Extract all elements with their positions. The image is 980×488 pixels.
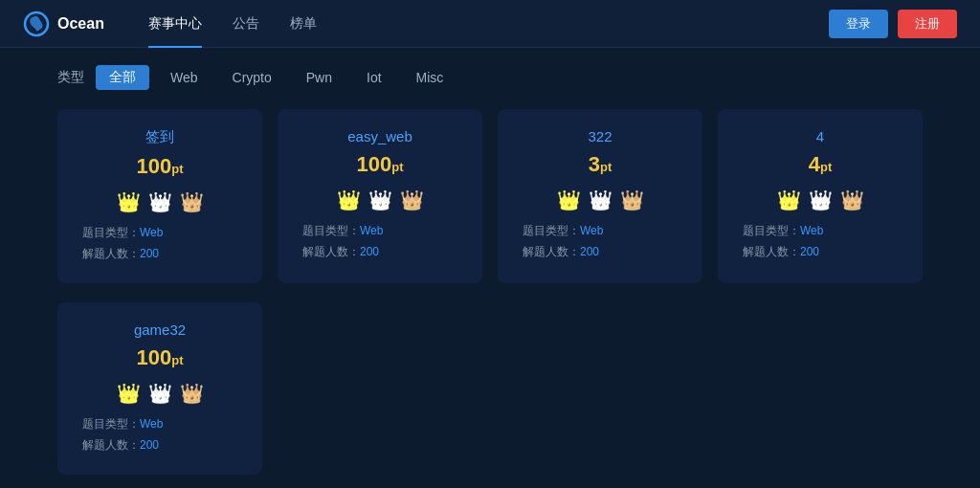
filter-bar: 类型 全部 Web Crypto Pwn Iot Misc — [0, 48, 980, 101]
filter-btn-all[interactable]: 全部 — [96, 65, 149, 90]
crown-silver-icon: 👑 — [368, 189, 392, 211]
crown-gold-icon: 👑 — [117, 382, 141, 405]
navbar: Ocean 赛事中心 公告 榜单 登录 注册 — [0, 0, 980, 48]
filter-btn-crypto[interactable]: Crypto — [219, 66, 285, 89]
filter-btn-misc[interactable]: Misc — [403, 66, 457, 89]
card-322-crowns: 👑 👑 👑 — [513, 189, 687, 211]
crown-gold-icon: 👑 — [337, 189, 361, 211]
card-qiandao-points: 100pt — [73, 154, 247, 179]
card-qiandao-meta: 题目类型：Web 解题人数：200 — [73, 223, 247, 264]
card-qiandao-crowns: 👑 👑 👑 — [73, 190, 247, 213]
card-easy-web[interactable]: easy_web 100pt 👑 👑 👑 题目类型：Web 解题人数：200 — [278, 109, 482, 283]
card-game32-title: game32 — [73, 322, 247, 338]
crown-gold-icon: 👑 — [117, 190, 141, 213]
card-322-title: 322 — [513, 128, 687, 144]
filter-label: 类型 — [57, 69, 84, 86]
logo-text: Ocean — [57, 15, 104, 33]
nav-item-ranking[interactable]: 榜单 — [275, 0, 332, 48]
crown-bronze-icon: 👑 — [180, 190, 204, 213]
login-button[interactable]: 登录 — [829, 10, 888, 38]
filter-btn-pwn[interactable]: Pwn — [293, 66, 345, 89]
nav-item-contest[interactable]: 赛事中心 — [133, 0, 217, 48]
card-game32-meta: 题目类型：Web 解题人数：200 — [73, 414, 247, 455]
card-322-points: 3pt — [513, 152, 687, 177]
card-easy-web-crowns: 👑 👑 👑 — [293, 189, 467, 211]
card-easy-web-points: 100pt — [293, 152, 467, 177]
card-qiandao-title: 签到 — [73, 128, 247, 146]
crown-bronze-icon: 👑 — [840, 189, 864, 211]
cards-row2: game32 100pt 👑 👑 👑 题目类型：Web 解题人数：200 — [0, 302, 980, 488]
card-4-title: 4 — [733, 128, 907, 144]
card-4-points: 4pt — [733, 152, 907, 177]
crown-bronze-icon: 👑 — [180, 382, 204, 405]
crown-silver-icon: 👑 — [589, 189, 612, 211]
crown-bronze-icon: 👑 — [620, 189, 644, 211]
cards-row1: 签到 100pt 👑 👑 👑 题目类型：Web 解题人数：200 easy_we… — [0, 101, 980, 302]
nav-links: 赛事中心 公告 榜单 — [133, 0, 829, 48]
crown-silver-icon: 👑 — [148, 382, 172, 405]
card-game32[interactable]: game32 100pt 👑 👑 👑 题目类型：Web 解题人数：200 — [57, 302, 262, 475]
card-qiandao[interactable]: 签到 100pt 👑 👑 👑 题目类型：Web 解题人数：200 — [57, 109, 262, 283]
card-4-meta: 题目类型：Web 解题人数：200 — [733, 221, 907, 262]
card-game32-points: 100pt — [73, 345, 247, 370]
card-4-crowns: 👑 👑 👑 — [733, 189, 907, 211]
card-4[interactable]: 4 4pt 👑 👑 👑 题目类型：Web 解题人数：200 — [718, 109, 923, 283]
register-button[interactable]: 注册 — [898, 10, 957, 38]
card-322[interactable]: 322 3pt 👑 👑 👑 题目类型：Web 解题人数：200 — [498, 109, 702, 283]
crown-gold-icon: 👑 — [777, 189, 801, 211]
crown-silver-icon: 👑 — [148, 190, 172, 213]
logo-icon — [23, 11, 50, 37]
card-easy-web-title: easy_web — [293, 128, 467, 144]
nav-item-announce[interactable]: 公告 — [217, 0, 275, 48]
filter-btn-iot[interactable]: Iot — [353, 66, 395, 89]
crown-bronze-icon: 👑 — [400, 189, 424, 211]
card-game32-crowns: 👑 👑 👑 — [73, 382, 247, 405]
filter-btn-web[interactable]: Web — [157, 66, 212, 89]
nav-actions: 登录 注册 — [829, 10, 957, 38]
crown-silver-icon: 👑 — [809, 189, 833, 211]
logo-area: Ocean — [23, 11, 104, 37]
card-322-meta: 题目类型：Web 解题人数：200 — [513, 221, 687, 262]
card-easy-web-meta: 题目类型：Web 解题人数：200 — [293, 221, 467, 262]
crown-gold-icon: 👑 — [557, 189, 581, 211]
